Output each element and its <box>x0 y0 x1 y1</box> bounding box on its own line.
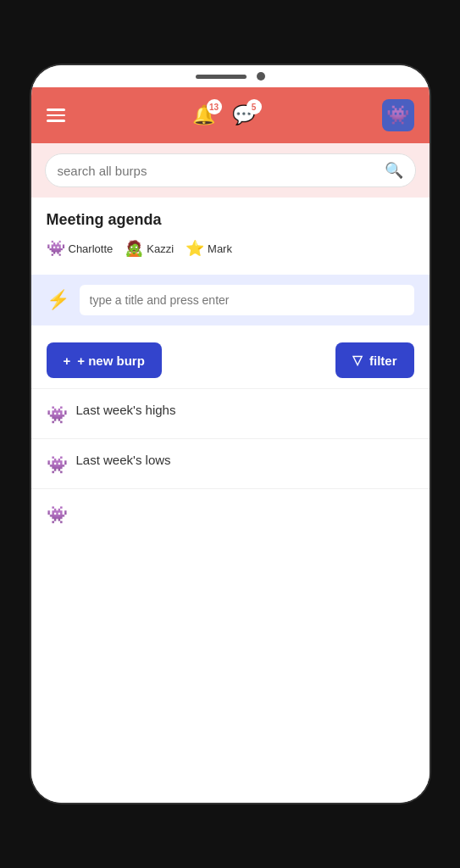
menu-line-2 <box>47 114 65 117</box>
lightning-icon: ⚡ <box>47 289 69 311</box>
list-item[interactable]: 👾 <box>31 488 430 538</box>
main-content: Meeting agenda ✎ 👾 Charlotte 🧟 Kazzi <box>31 198 430 803</box>
charlotte-icon: 👾 <box>47 239 65 258</box>
list-item[interactable]: 👾 Last week's highs <box>31 388 430 438</box>
mark-icon: ⭐ <box>186 239 204 258</box>
item-text-2: Last week's lows <box>76 453 171 467</box>
quick-entry-input[interactable] <box>80 285 414 315</box>
member-kazzi: 🧟 Kazzi <box>125 239 174 258</box>
user-avatar[interactable]: 👾 <box>382 99 414 131</box>
quick-entry-area: ⚡ <box>31 275 430 326</box>
menu-line-1 <box>47 108 65 111</box>
message-count: 5 <box>247 99 262 114</box>
status-dot <box>257 72 265 81</box>
meeting-section: Meeting agenda ✎ 👾 Charlotte 🧟 Kazzi <box>31 198 430 268</box>
search-icon[interactable]: 🔍 <box>385 161 403 180</box>
phone-frame: 🔔 13 💬 5 👾 🔍 <box>31 65 430 803</box>
kazzi-icon: 🧟 <box>125 239 143 258</box>
members-row: 👾 Charlotte 🧟 Kazzi ⭐ Mark <box>47 239 414 258</box>
phone-shell: 🔔 13 💬 5 👾 🔍 <box>0 0 460 868</box>
filter-label: filter <box>369 353 397 368</box>
list-item[interactable]: 👾 Last week's lows <box>31 438 430 488</box>
notification-count: 13 <box>207 99 222 114</box>
header: 🔔 13 💬 5 👾 <box>31 87 430 143</box>
item-icon-3: 👾 <box>47 504 68 525</box>
search-area: 🔍 <box>31 143 430 198</box>
status-bar <box>31 65 430 87</box>
menu-button[interactable] <box>47 108 65 122</box>
item-text-1: Last week's highs <box>76 403 176 417</box>
edit-icon: ✎ <box>402 198 414 202</box>
filter-button[interactable]: ▽ filter <box>335 342 414 378</box>
search-input[interactable] <box>58 164 378 178</box>
charlotte-name: Charlotte <box>69 242 114 255</box>
kazzi-name: Kazzi <box>147 242 174 255</box>
section-title: Meeting agenda <box>47 211 162 229</box>
notification-bell[interactable]: 🔔 13 <box>192 104 215 126</box>
item-icon-2: 👾 <box>47 454 68 475</box>
filter-icon: ▽ <box>352 353 363 368</box>
member-charlotte: 👾 Charlotte <box>47 239 114 258</box>
avatar-icon: 👾 <box>386 104 409 126</box>
item-icon-1: 👾 <box>47 404 68 425</box>
search-bar: 🔍 <box>45 153 416 187</box>
edit-button[interactable]: ✎ <box>402 198 414 203</box>
action-row: + + new burp ▽ filter <box>31 332 430 388</box>
member-mark: ⭐ Mark <box>186 239 232 258</box>
header-center: 🔔 13 💬 5 <box>192 104 255 126</box>
status-pill <box>196 75 247 79</box>
message-bubble[interactable]: 💬 5 <box>232 104 255 126</box>
mark-name: Mark <box>208 242 232 255</box>
menu-line-3 <box>47 120 65 122</box>
new-burp-label: + new burp <box>77 353 145 368</box>
plus-icon: + <box>64 353 71 368</box>
new-burp-button[interactable]: + + new burp <box>47 342 162 378</box>
